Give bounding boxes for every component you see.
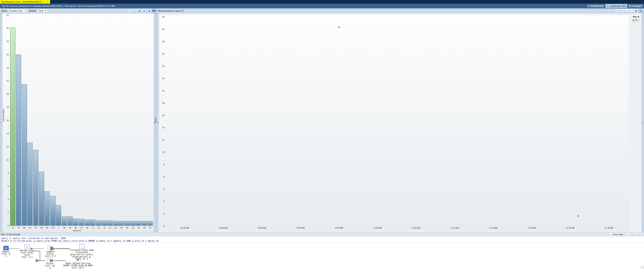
bar-75[interactable]: [33, 150, 38, 226]
y-tick: 2: [8, 211, 10, 214]
scatter-surface[interactable]: Total -20246810121416182022242628303210:…: [159, 15, 629, 230]
execution-plan-diagram[interactable]: ▦ SELECT Cost: 0 % ⟲ Nested Loops (Left …: [0, 243, 644, 269]
metric-select[interactable]: Duration (ms): [8, 9, 28, 13]
scatter-y-tick: 26: [162, 53, 166, 55]
unforce-plan-icon: ⑂: [627, 233, 628, 236]
unforce-plan-button[interactable]: ⑂ Unforce Plan: [626, 233, 643, 236]
bar-11[interactable]: [108, 220, 112, 226]
legend-title: Plan Id: [632, 16, 640, 18]
scatter-x-tick: 10:55 AM: [335, 227, 343, 229]
pin-icon[interactable]: ⟠: [42, 1, 44, 3]
scatter-collapse-right[interactable]: ▸: [642, 13, 644, 232]
bar-y-axis: 02468101214161820222426283032: [2, 15, 10, 226]
document-tab-strip: Top Resource Cons...ventureWorks2017] ⟠ …: [0, 0, 644, 4]
bar-14[interactable]: [130, 221, 136, 226]
bar-8[interactable]: [90, 220, 96, 226]
bar-13[interactable]: [148, 221, 153, 226]
popout-icon: ⤢: [616, 10, 618, 12]
plan-op-tvf[interactable]: ▣ Table Valued Function [QUERY_STORE_PLA…: [62, 257, 94, 269]
scatter-y-tick: 4: [163, 188, 166, 190]
track-query-button[interactable]: 🔍: [132, 9, 137, 13]
x-tick: 95: [69, 227, 71, 229]
bar-10[interactable]: [79, 219, 84, 226]
bar-69[interactable]: [44, 191, 50, 226]
legend-item-label: 72: [636, 19, 638, 21]
legend-item[interactable]: 72: [632, 19, 640, 22]
gear-icon: ⚙: [629, 5, 632, 7]
bar-12[interactable]: [96, 220, 101, 226]
detail-grid-button[interactable]: ▤: [142, 9, 146, 13]
refresh-button[interactable]: ⟳: [128, 9, 132, 13]
grid-icon: ▦: [148, 10, 150, 12]
plan-branch2-button[interactable]: ⑂: [629, 9, 634, 13]
scatter-x-tick: 11:20 AM: [528, 227, 536, 229]
view-query-button[interactable]: ▦: [137, 9, 142, 13]
bar-36[interactable]: [124, 221, 130, 226]
force-plan-button[interactable]: ⑂ Force Plan: [609, 233, 625, 236]
chart-view-button[interactable]: ▮▮▮: [152, 9, 156, 13]
bar-16[interactable]: [136, 221, 141, 226]
chart-plan-button[interactable]: ◒: [639, 9, 643, 13]
collapse-left-handle[interactable]: ◂: [0, 13, 2, 232]
y-tick: 16: [6, 119, 10, 122]
bar-34[interactable]: [119, 221, 124, 226]
bar-94[interactable]: [22, 84, 27, 226]
report-title: Top 25 resource consumers for database A…: [1, 5, 115, 7]
bar-x-axis-label: query id: [2, 229, 151, 232]
scatter-y-tick: -2: [163, 225, 166, 227]
bar-72[interactable]: [10, 28, 15, 226]
tab-close-icon[interactable]: ×: [46, 1, 48, 3]
landscape-icon: ▭: [607, 5, 609, 7]
branch2-icon: ⑂: [631, 10, 632, 12]
branch-icon: ⑂: [626, 10, 628, 12]
window-close-icon[interactable]: ×: [640, 0, 644, 3]
plan-title: Plan 72 [not forced]: [1, 233, 20, 236]
bar-73[interactable]: [16, 55, 21, 226]
bar-7[interactable]: [56, 205, 61, 226]
scatter-point[interactable]: [338, 27, 340, 28]
force-plan-icon: ⑂: [610, 233, 612, 236]
bar-43[interactable]: [142, 221, 147, 226]
chevron-left-icon: ◂: [157, 121, 158, 124]
scatter-pane: ◂ Total -2024681012141618202224262830321…: [156, 13, 644, 232]
bar-chart-surface[interactable]: total duration 0246810121416182022242628…: [2, 13, 154, 232]
x-tick: 7: [58, 227, 59, 229]
document-tab[interactable]: Top Resource Cons...ventureWorks2017] ⟠ …: [0, 0, 50, 4]
plan-branch-button[interactable]: ⑂: [624, 9, 629, 13]
landscape-view-button[interactable]: ▭ Landscape View: [605, 4, 628, 8]
bar-174[interactable]: [39, 172, 44, 226]
bar-175[interactable]: [50, 196, 56, 226]
compute-scalar-icon: ▢: [48, 246, 53, 250]
plan-op-filter[interactable]: ▽ Filter Cost: 10 %: [44, 258, 56, 269]
bar-91[interactable]: [27, 143, 32, 226]
x-tick: 72: [12, 227, 14, 229]
bar-9[interactable]: [102, 220, 107, 226]
plan-legend: Plan Id 72: [631, 15, 641, 23]
scatter-y-tick: 2: [163, 200, 166, 202]
new-window-button[interactable]: ⤢: [615, 9, 619, 13]
x-tick: 12: [98, 227, 100, 229]
plan-op-select[interactable]: ▦ SELECT Cost: 0 %: [1, 246, 11, 257]
statistic-select[interactable]: Total: [38, 9, 47, 13]
scatter-y-tick: 18: [162, 102, 166, 104]
refresh-icon: ⟳: [129, 10, 131, 12]
compare-plan-button[interactable]: ⇄: [620, 9, 624, 13]
plan-op-nested-loops[interactable]: ⟲ Nested Loops (Left Outer Join) Cost: 3…: [17, 245, 37, 258]
grid-plan-button[interactable]: ▦: [634, 9, 638, 13]
bar-68[interactable]: [85, 220, 90, 226]
bar-86[interactable]: [62, 216, 67, 226]
configure-button[interactable]: ⚙ Configure: [628, 4, 643, 8]
scatter-y-tick: 24: [162, 65, 166, 67]
chevron-left-icon: ◂: [0, 121, 2, 124]
right-toolbar: Plan summary for query 72 ⤢ ⇄ ⑂ ⑂ ▦ ◒: [156, 9, 644, 13]
grid-view-button[interactable]: ▦: [147, 9, 151, 13]
diagram-scroll-corner[interactable]: [641, 266, 644, 269]
scatter-point[interactable]: [577, 215, 579, 217]
scatter-x-tick: 11:10 AM: [450, 227, 459, 229]
bar-41[interactable]: [113, 221, 118, 226]
plan-op-compute-scalar[interactable]: ▢ Compute Scalar Cost: 0 %: [42, 246, 58, 257]
x-tick: 90: [75, 227, 77, 229]
bar-90[interactable]: [73, 218, 78, 226]
portrait-view-button[interactable]: ▯ Portrait View: [586, 4, 605, 8]
bar-95[interactable]: [68, 216, 73, 226]
